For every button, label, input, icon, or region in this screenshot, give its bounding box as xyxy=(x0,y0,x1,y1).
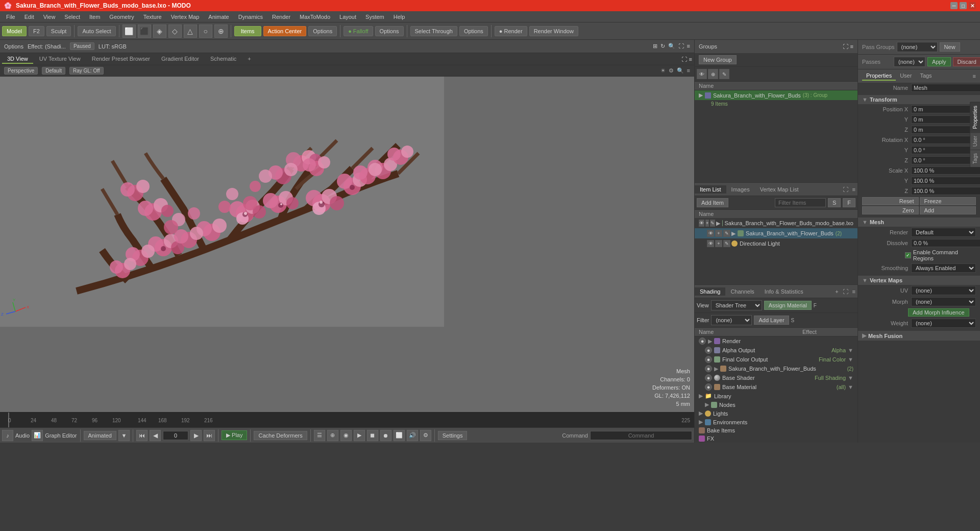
paused-button[interactable]: Paused xyxy=(70,42,94,50)
eye-final-color[interactable]: ● xyxy=(705,356,712,363)
weight-select[interactable]: (none) xyxy=(911,319,976,328)
tab-info-stats[interactable]: Info & Statistics xyxy=(760,287,808,296)
scale-x-input[interactable] xyxy=(911,166,980,175)
cache-deformers-button[interactable]: Cache Deformers xyxy=(254,431,307,440)
bb-icon-8[interactable]: 🔊 xyxy=(407,430,418,441)
discard-button[interactable]: Discard xyxy=(953,57,980,66)
ptab-properties[interactable]: Properties xyxy=(862,71,896,81)
f-filter-button[interactable]: F xyxy=(843,198,855,207)
shader-row-fx[interactable]: FX xyxy=(695,435,857,443)
search-icon[interactable]: 🔍 xyxy=(677,67,684,74)
toolbar-icon-7[interactable]: ⊕ xyxy=(214,25,228,38)
lock-icon-mesh[interactable]: + xyxy=(715,230,722,237)
render-select[interactable]: Default xyxy=(911,228,976,237)
add-item-button[interactable]: Add Item xyxy=(697,198,728,207)
bb-icon-3[interactable]: ◉ xyxy=(340,430,352,441)
auto-select-button[interactable]: Auto Select xyxy=(78,26,115,36)
eye-base-shader[interactable]: ● xyxy=(705,374,712,381)
render-button[interactable]: ● Render xyxy=(495,26,527,36)
groups-icon-1[interactable]: 👁 xyxy=(697,69,707,79)
shading-panel-expand[interactable]: ⛶ xyxy=(841,286,850,297)
shader-row-render[interactable]: ● ▶ Render xyxy=(695,336,857,346)
lock-icon-file[interactable]: + xyxy=(705,220,709,227)
shader-row-sakura[interactable]: ● ▶ Sakura_Branch_with_Flower_Buds (2) xyxy=(695,364,857,373)
menu-item-item[interactable]: Item xyxy=(85,13,104,21)
passes-select[interactable]: (none) xyxy=(894,57,925,67)
shader-row-base-material[interactable]: ● Base Material (all) ▼ xyxy=(695,382,857,392)
tab-item-list[interactable]: Item List xyxy=(695,185,726,194)
menu-item-help[interactable]: Help xyxy=(389,13,409,21)
eye-alpha[interactable]: ● xyxy=(705,347,712,354)
bb-icon-2[interactable]: ⊕ xyxy=(327,430,338,441)
morph-select[interactable]: (none) xyxy=(911,297,976,306)
tab-3dview[interactable]: 3D View xyxy=(2,55,33,64)
vis-icon-light[interactable]: 👁 xyxy=(707,240,714,247)
ptab-user[interactable]: User xyxy=(896,71,916,81)
groups-expand-icon[interactable]: ⛶ xyxy=(843,43,848,50)
more2-icon[interactable]: ≡ xyxy=(687,67,690,74)
enable-cmd-regions-checkbox[interactable] xyxy=(905,252,911,258)
transform-section-header[interactable]: ▼ Transform xyxy=(858,95,980,104)
menu-item-file[interactable]: File xyxy=(2,13,19,21)
s-filter-button[interactable]: S xyxy=(828,198,841,207)
play-button[interactable]: ▶ Play xyxy=(222,430,247,440)
time-input[interactable] xyxy=(163,431,188,440)
minimize-button[interactable]: ─ xyxy=(950,2,958,9)
toolbar-icon-5[interactable]: △ xyxy=(184,25,197,38)
lock-icon-light[interactable]: + xyxy=(715,240,722,247)
menu-item-select[interactable]: Select xyxy=(60,13,84,21)
edit-icon-mesh[interactable]: ✎ xyxy=(723,230,730,237)
action-center-button[interactable]: Action Center xyxy=(263,26,307,36)
prop-name-input[interactable] xyxy=(911,84,980,92)
tab-uv-texture[interactable]: UV Texture View xyxy=(34,55,86,64)
groups-icon-2[interactable]: ⊕ xyxy=(708,69,718,79)
tab-render-preset[interactable]: Render Preset Browser xyxy=(87,55,155,64)
model-mode-button[interactable]: Model xyxy=(2,26,27,36)
item-row-light[interactable]: 👁 + ✎ Directional Light xyxy=(695,238,857,249)
light-icon[interactable]: ☀ xyxy=(660,67,666,74)
item-panel-expand[interactable]: ⛶ xyxy=(841,184,850,195)
expand-icon[interactable]: ⛶ xyxy=(678,43,684,50)
scale-z-input[interactable] xyxy=(911,187,980,195)
menu-item-texture[interactable]: Texture xyxy=(139,13,166,21)
falloff-button[interactable]: ● Falloff xyxy=(344,26,373,36)
add-button[interactable]: Add xyxy=(920,206,976,214)
toolbar-icon-6[interactable]: ○ xyxy=(199,25,212,38)
groups-settings-icon[interactable]: ≡ xyxy=(850,43,853,50)
add-layer-button[interactable]: Add Layer xyxy=(754,316,789,325)
viewport-settings-icon[interactable]: ≡ xyxy=(689,56,692,62)
vis-icon-mesh[interactable]: 👁 xyxy=(707,230,714,237)
item-panel-settings[interactable]: ≡ xyxy=(850,184,857,195)
close-button[interactable]: ✕ xyxy=(969,2,976,9)
to-start-button[interactable]: ⏮ xyxy=(136,430,148,441)
tab-gradient-editor[interactable]: Gradient Editor xyxy=(156,55,204,64)
uv-select[interactable]: (none) xyxy=(911,286,976,295)
mesh-fusion-header[interactable]: ▶ Mesh Fusion xyxy=(858,331,980,341)
tab-schematic[interactable]: Schematic xyxy=(205,55,241,64)
pass-groups-select[interactable]: (none) xyxy=(897,42,938,52)
shader-row-alpha[interactable]: ● Alpha Output Alpha ▼ xyxy=(695,346,857,355)
groups-icon-3[interactable]: ✎ xyxy=(719,69,729,79)
freeze-button[interactable]: Freeze xyxy=(920,197,976,205)
filter-items-input[interactable] xyxy=(775,198,826,207)
item-row-mesh[interactable]: 👁 + ✎ ▶ Sakura_Branch_with_Flower_Buds (… xyxy=(695,228,857,238)
menu-item-maxtomodo[interactable]: MaxToModo xyxy=(296,13,334,21)
default-button[interactable]: Default xyxy=(42,67,65,75)
shading-expand[interactable]: + xyxy=(833,286,840,297)
vertex-maps-header[interactable]: ▼ Vertex Maps xyxy=(858,276,980,285)
ptab-tags[interactable]: Tags xyxy=(916,71,936,81)
eye-base-material[interactable]: ● xyxy=(705,383,712,391)
groups-row-main[interactable]: ▶ Sakura_Branch_with_Flower_Buds (3) : G… xyxy=(695,90,857,100)
new-group-button[interactable]: New Group xyxy=(699,55,737,64)
add-morph-button[interactable]: Add Morph Influence xyxy=(908,308,969,317)
item-row-file[interactable]: 👁 + ✎ ▶ Sakura_Branch_with_Flower_Buds_m… xyxy=(695,218,857,228)
filter-select[interactable]: (none) xyxy=(711,315,752,325)
dropdown-icon[interactable]: ▼ xyxy=(118,430,130,441)
zero-button[interactable]: Zero xyxy=(862,206,919,214)
bb-icon-9[interactable]: ⚙ xyxy=(420,430,431,441)
items-mode-button[interactable]: Items xyxy=(234,26,261,36)
prev-frame-button[interactable]: ◀ xyxy=(150,430,161,441)
ray-gl-button[interactable]: Ray GL: Off xyxy=(69,67,104,75)
options-2-button[interactable]: Options xyxy=(375,26,404,36)
props-expand-icon[interactable]: ≡ xyxy=(973,73,976,79)
